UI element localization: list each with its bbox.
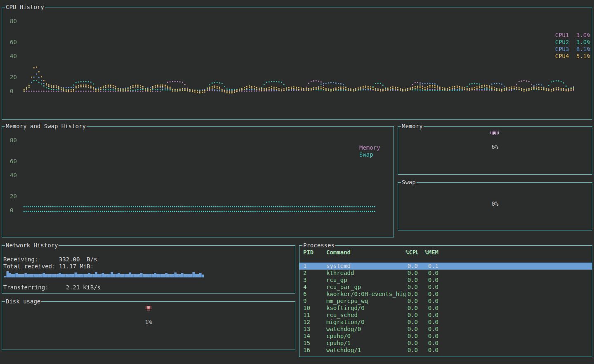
process-command: migration/0 (326, 319, 405, 326)
process-row[interactable]: 3rcu_gp0.00.0 (299, 277, 592, 284)
memory-swap-history-panel: Memory and Swap History 020406080 Memory… (2, 126, 394, 237)
process-cpu: 0.0 (405, 326, 418, 333)
memory-percent: 6% (398, 144, 592, 150)
process-pid: 1 (303, 263, 326, 270)
process-command: cpuhp/0 (326, 333, 405, 340)
process-pid: 16 (303, 347, 326, 354)
memory-gauge-panel: Memory 6% (398, 126, 592, 175)
cpu4-label: CPU4 (555, 53, 576, 59)
process-row[interactable]: 12migration/00.00.0 (299, 319, 592, 326)
process-mem: 0.0 (418, 319, 438, 326)
disk-usage-title: Disk usage (5, 298, 41, 305)
swap-legend-item: Swap (359, 151, 373, 158)
process-row[interactable]: 13watchdog/00.00.0 (299, 326, 592, 333)
process-cpu: 0.0 (405, 277, 418, 284)
process-row[interactable]: 15cpuhp/10.00.0 (299, 340, 592, 347)
process-cpu: 0.0 (405, 340, 418, 347)
process-pid: 15 (303, 340, 326, 347)
process-command: rcu_gp (326, 277, 405, 284)
process-mem: 0.0 (418, 340, 438, 347)
y-axis-tick: 0 (10, 88, 13, 94)
process-row[interactable]: 2kthreadd0.00.0 (299, 270, 592, 277)
processes-title: Processes (302, 242, 335, 249)
y-axis-tick: 20 (10, 193, 17, 200)
process-cpu: 0.0 (405, 305, 418, 312)
process-mem: 0.0 (418, 270, 438, 277)
process-mem: 0.0 (418, 291, 438, 298)
column-header-command[interactable]: Command (326, 249, 405, 256)
process-command: watchdog/0 (326, 326, 405, 333)
process-pid: 14 (303, 333, 326, 340)
cpu-history-graph (2, 7, 592, 119)
process-row[interactable]: 6kworker/0:0H-events_high0.00.0 (299, 291, 592, 298)
processes-panel: Processes PID Command %CPU▼ %MEM 1system… (299, 245, 592, 357)
y-axis-tick: 80 (10, 137, 17, 143)
memory-gauge-title: Memory (401, 123, 424, 129)
process-pid: 4 (303, 284, 326, 291)
memory-legend-item: Memory (359, 144, 380, 151)
column-header-pid[interactable]: PID (303, 249, 326, 256)
process-row[interactable]: 16watchdog/10.00.0 (299, 347, 592, 354)
process-command: watchdog/1 (326, 347, 405, 354)
process-row[interactable]: 9mm_percpu_wq0.00.0 (299, 298, 592, 305)
process-mem: 0.0 (418, 277, 438, 284)
process-cpu: 0.0 (405, 333, 418, 340)
cpu-history-panel: CPU History 020406080 CPU13.0% CPU23.0% … (2, 7, 592, 120)
process-row[interactable]: 14cpuhp/00.00.0 (299, 333, 592, 340)
column-header-cpu-sort-desc[interactable]: %CPU▼ (405, 249, 418, 256)
process-pid: 2 (303, 270, 326, 277)
process-row[interactable]: 10ksoftirqd/00.00.0 (299, 305, 592, 312)
process-mem: 0.0 (418, 347, 438, 354)
process-cpu: 0.0 (405, 312, 418, 319)
process-mem: 0.0 (418, 305, 438, 312)
process-cpu: 0.0 (405, 270, 418, 277)
process-mem: 0.0 (418, 326, 438, 333)
process-command: rcu_par_gp (326, 284, 405, 291)
network-history-panel: Network History Receiving: 332.00 B/s To… (2, 245, 295, 294)
process-pid: 11 (303, 312, 326, 319)
process-mem: 0.0 (418, 333, 438, 340)
process-cpu: 0.0 (405, 284, 418, 291)
process-pid: 10 (303, 305, 326, 312)
process-pid: 12 (303, 319, 326, 326)
disk-percent: 1% (2, 319, 295, 325)
process-cpu: 0.0 (405, 319, 418, 326)
system-monitor-app: { "app": { "background": "#2b2c2c", "bor… (0, 0, 594, 364)
process-command: rcu_sched (326, 312, 405, 319)
y-axis-tick: 80 (10, 18, 17, 24)
swap-percent: 0% (398, 201, 592, 207)
process-pid: 9 (303, 298, 326, 305)
column-header-mem[interactable]: %MEM (418, 249, 438, 256)
process-command: ksoftirqd/0 (326, 305, 405, 312)
process-command: systemd (326, 263, 405, 270)
process-mem: 0.0 (418, 312, 438, 319)
cpu4-value: 5.1% (576, 53, 590, 59)
process-cpu: 0.0 (405, 298, 418, 305)
process-command: kworker/0:0H-events_high (326, 291, 405, 298)
process-mem: 0.0 (418, 298, 438, 305)
y-axis-tick: 40 (10, 172, 17, 178)
process-cpu: 0.0 (405, 347, 418, 354)
y-axis-tick: 60 (10, 158, 17, 164)
network-transferring-line: Transferring: 2.21 KiB/s (3, 284, 101, 291)
process-pid: 3 (303, 277, 326, 284)
y-axis-tick: 40 (10, 53, 17, 59)
process-row[interactable]: 11rcu_sched0.00.0 (299, 312, 592, 319)
process-command: cpuhp/1 (326, 340, 405, 347)
cpu-legend-item: CPU45.1% (541, 46, 590, 66)
y-axis-tick: 20 (10, 74, 17, 80)
process-pid: 6 (303, 291, 326, 298)
y-axis-tick: 0 (10, 207, 13, 214)
process-pid: 13 (303, 326, 326, 333)
swap-gauge-title: Swap (401, 179, 417, 186)
process-cpu: 0.0 (405, 291, 418, 298)
memory-swap-graph (2, 127, 394, 237)
process-mem: 0.0 (418, 284, 438, 291)
swap-gauge-panel: Swap 0% (398, 182, 592, 230)
process-row[interactable]: 4rcu_par_gp0.00.0 (299, 284, 592, 291)
memory-gauge-dots (490, 131, 499, 136)
process-row[interactable]: 1systemd0.00.1 (299, 263, 592, 270)
disk-gauge-dots (146, 306, 152, 311)
process-cpu: 0.0 (405, 263, 418, 270)
process-command: kthreadd (326, 270, 405, 277)
